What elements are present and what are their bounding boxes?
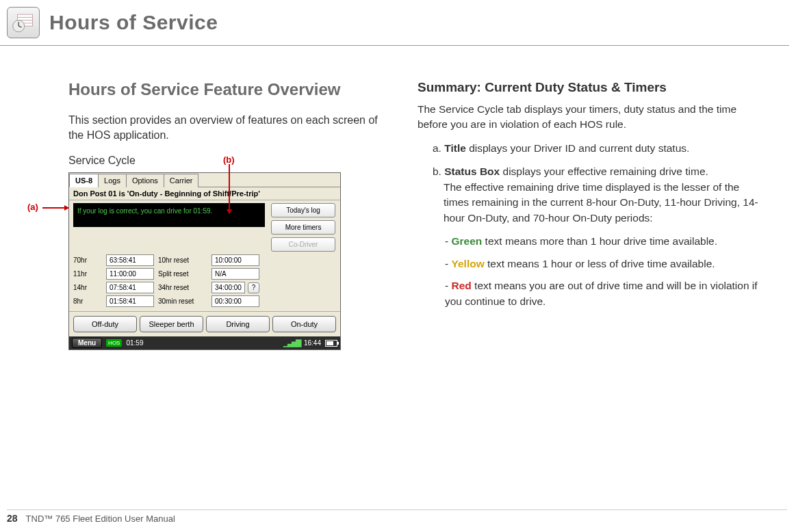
- page-number: 28: [7, 513, 18, 524]
- timer-grid: 70hr 63:58:41 10hr reset 10:00:00 11hr 1…: [69, 252, 261, 311]
- item-a-bold: Title: [444, 142, 466, 154]
- clock-time: 16:44: [304, 339, 321, 347]
- timer-label: 70hr: [73, 256, 102, 264]
- service-cycle-figure: (a) (b) US-8 Logs Options Carrier Don Po…: [68, 172, 342, 350]
- item-b-bold: Status Box: [444, 165, 500, 177]
- item-a-rest: displays your Driver ID and current duty…: [466, 142, 690, 154]
- signal-icon: ▁▃▅▇: [283, 338, 300, 347]
- timer-value: 34:00:00: [211, 282, 245, 293]
- callout-b: (b): [223, 155, 235, 165]
- on-duty-button[interactable]: On-duty: [272, 316, 336, 332]
- arrow-b: [229, 164, 230, 213]
- help-button[interactable]: ?: [248, 282, 259, 293]
- battery-icon: [325, 340, 337, 347]
- screenshot-mock: US-8 Logs Options Carrier Don Post 01 is…: [68, 172, 341, 350]
- timer-label: 11hr: [73, 270, 102, 278]
- hos-badge: HOS: [106, 339, 122, 347]
- sleeper-berth-button[interactable]: Sleeper berth: [140, 316, 203, 332]
- summary-title: Summary: Current Duty Status & Timers: [418, 80, 762, 95]
- bullet-green: - Green text means more than 1 hour driv…: [418, 234, 762, 249]
- callout-a: (a): [27, 202, 38, 212]
- item-b-prefix: b.: [433, 165, 444, 177]
- timer-value: 01:58:41: [106, 295, 154, 307]
- tab-options[interactable]: Options: [126, 174, 164, 187]
- yellow-word: Yellow: [451, 258, 484, 269]
- status-box: If your log is correct, you can drive fo…: [73, 203, 265, 227]
- timer-label: 14hr: [73, 284, 102, 291]
- item-b-rest1: displays your effective remaining drive …: [500, 165, 708, 177]
- summary-lead: The Service Cycle tab displays your time…: [418, 102, 762, 133]
- book-title: TND™ 765 Fleet Edition User Manual: [26, 514, 175, 524]
- timer-label: 10hr reset: [158, 256, 207, 264]
- item-b: b. Status Box displays your effective re…: [418, 164, 762, 226]
- menu-button[interactable]: Menu: [72, 338, 102, 348]
- timer-value: 07:58:41: [106, 282, 154, 293]
- tab-carrier[interactable]: Carrier: [164, 174, 199, 187]
- shot-title-bar: Don Post 01 is 'On-duty - Beginning of S…: [69, 187, 340, 200]
- green-word: Green: [451, 235, 482, 247]
- item-b-rest2: The effective remaining drive time displ…: [433, 180, 762, 226]
- timer-value: 10:00:00: [211, 254, 259, 266]
- yellow-rest: text means 1 hour or less of drive time …: [485, 258, 715, 269]
- timer-value: 11:00:00: [106, 268, 154, 280]
- timer-label: 34hr reset: [158, 284, 207, 291]
- bullet-yellow: - Yellow text means 1 hour or less of dr…: [418, 256, 762, 271]
- section-title: Hours of Service Feature Overview: [68, 80, 390, 99]
- clock-log-icon: [7, 7, 40, 38]
- red-rest: text means you are out of drive time and…: [445, 280, 758, 306]
- green-rest: text means more than 1 hour drive time a…: [482, 235, 717, 247]
- tab-us8[interactable]: US-8: [69, 174, 99, 187]
- item-a: a. Title displays your Driver ID and cur…: [418, 141, 762, 156]
- item-a-prefix: a.: [433, 142, 444, 154]
- hos-time: 01:59: [126, 339, 143, 347]
- timer-value: 00:30:00: [211, 295, 259, 307]
- red-word: Red: [451, 280, 471, 291]
- timer-label: 30min reset: [158, 297, 207, 305]
- intro-text: This section provides an overview of fea…: [68, 113, 390, 142]
- chapter-title: Hours of Service: [49, 11, 218, 34]
- arrow-a: [42, 207, 68, 209]
- tab-logs[interactable]: Logs: [98, 174, 127, 187]
- timer-value: 63:58:41: [106, 254, 154, 266]
- timer-label: 8hr: [73, 297, 102, 305]
- todays-log-button[interactable]: Today's log: [271, 203, 335, 217]
- co-driver-button[interactable]: Co-Driver: [271, 237, 335, 252]
- timer-value: N/A: [211, 268, 259, 280]
- page-footer: 28 TND™ 765 Fleet Edition User Manual: [7, 509, 787, 524]
- more-timers-button[interactable]: More timers: [271, 220, 335, 235]
- off-duty-button[interactable]: Off-duty: [73, 316, 137, 332]
- bullet-red: - Red text means you are out of drive ti…: [418, 278, 762, 309]
- chapter-header: Hours of Service: [0, 0, 789, 46]
- timer-label: Split reset: [158, 270, 207, 278]
- driving-button[interactable]: Driving: [206, 316, 270, 332]
